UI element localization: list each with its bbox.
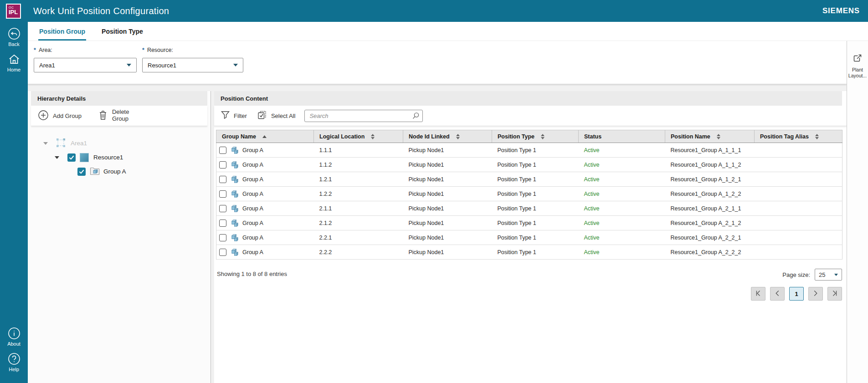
tree-item-label: Area1 [71,140,87,147]
next-page-button[interactable] [808,287,823,301]
column-header[interactable]: Group Name [216,130,314,143]
cell-position-type: Position Type 1 [498,220,536,226]
cell-group-name: Group A [242,191,263,197]
about-icon [8,327,21,340]
sort-icon [371,134,375,139]
row-checkbox[interactable] [219,147,226,154]
chevron-down-icon [127,64,131,66]
column-label: Position Type [498,133,534,140]
cell-group-name: Group A [242,220,263,226]
table-header-row: Group NameLogical LocationNode Id Linked… [216,130,842,143]
table-row[interactable]: Group A2.2.1Pickup Node1Position Type 1A… [216,230,842,245]
column-header[interactable]: Position Name [665,130,755,143]
cell-position-name: Resource1_Group A_2_1_2 [671,220,741,226]
tab-position-type[interactable]: Position Type [102,22,143,41]
cell-node-id-linked: Pickup Node1 [409,235,444,241]
tree-item-resource[interactable]: Resource1 [31,150,207,164]
cell-logical-location: 2.1.1 [319,205,332,212]
next-page-icon [812,290,819,298]
add-group-button[interactable]: Add Group [33,106,87,126]
last-page-button[interactable] [827,287,842,301]
current-page-button[interactable]: 1 [789,287,804,301]
cell-position-name: Resource1_Group A_2_2_2 [671,249,741,255]
column-header[interactable]: Position Type [492,130,579,143]
cell-logical-location: 2.1.2 [319,220,332,226]
table-row[interactable]: Group A1.2.1Pickup Node1Position Type 1A… [216,172,842,187]
column-label: Status [584,133,601,140]
filter-button[interactable]: Filter [216,106,252,126]
cell-position-name: Resource1_Group A_1_1_1 [671,147,741,153]
logo-ipl-text: IPL [9,9,20,15]
cell-logical-location: 2.2.2 [319,249,332,255]
position-content-panel: Position Content Filter [214,91,847,383]
previous-page-button[interactable] [770,287,785,301]
row-checkbox[interactable] [219,249,226,256]
about-button[interactable]: About [7,327,21,347]
column-label: Position Name [671,133,710,140]
position-content-toolbar: Filter Select All [214,106,847,126]
status-text: Active [584,220,600,226]
row-checkbox[interactable] [219,190,226,198]
table-row[interactable]: Group A1.2.2Pickup Node1Position Type 1A… [216,187,842,201]
required-marker: * [34,47,36,53]
first-page-button[interactable] [751,287,765,301]
table-row[interactable]: Group A2.2.2Pickup Node1Position Type 1A… [216,245,842,260]
cell-node-id-linked: Pickup Node1 [409,220,444,226]
status-text: Active [584,191,600,197]
help-button[interactable]: Help [8,352,21,372]
table-row[interactable]: Group A1.1.1Pickup Node1Position Type 1A… [216,143,842,158]
trash-icon [98,110,108,122]
resource-select-value: Resource1 [148,62,176,69]
expander-icon[interactable] [43,142,48,145]
area-select[interactable]: Area1 [34,58,137,72]
select-all-button[interactable]: Select All [252,106,300,126]
paging-controls: Page size: 25 [746,269,842,301]
column-header[interactable]: Position Tag Alias [755,130,842,143]
home-button[interactable]: Home [7,53,21,72]
plant-layout-button[interactable]: Plant Layout... [847,53,868,78]
row-checkbox[interactable] [219,220,226,227]
column-header[interactable]: Node Id Linked [403,130,492,143]
position-group-icon [230,248,239,256]
app-logo[interactable]: OC IPL [6,4,21,19]
position-table: Group NameLogical LocationNode Id Linked… [216,130,842,260]
search-input[interactable] [304,110,423,122]
tree-checkbox-checked[interactable] [67,153,76,162]
sort-icon [815,134,819,139]
column-label: Position Tag Alias [760,133,809,140]
row-checkbox[interactable] [219,205,226,212]
row-checkbox[interactable] [219,176,226,183]
position-group-icon [230,233,239,242]
page-size-value: 25 [819,271,825,278]
tree-item-area[interactable]: Area1 [31,136,207,150]
add-icon [38,110,49,122]
cell-position-type: Position Type 1 [498,147,536,153]
row-checkbox[interactable] [219,161,226,169]
delete-group-button[interactable]: Delete Group [93,106,138,126]
table-row[interactable]: Group A2.1.1Pickup Node1Position Type 1A… [216,201,842,216]
resource-select[interactable]: Resource1 [142,58,243,72]
siemens-brand: SIEMENS [822,6,860,15]
pagination: 1 [746,287,842,301]
cell-position-name: Resource1_Group A_1_2_1 [671,176,741,183]
page-size-row: Page size: 25 [782,269,842,281]
position-content-title: Position Content [214,91,842,106]
table-row[interactable]: Group A2.1.2Pickup Node1Position Type 1A… [216,216,842,230]
sort-ascending-icon [262,133,267,140]
page-size-select[interactable]: 25 [815,269,842,281]
row-checkbox[interactable] [219,234,226,241]
cell-position-type: Position Type 1 [498,176,536,183]
cell-position-name: Resource1_Group A_2_1_1 [671,205,741,212]
tab-position-group[interactable]: Position Group [39,22,85,41]
back-button[interactable]: Back [8,27,21,47]
select-all-icon [257,110,267,122]
tree-checkbox-checked[interactable] [77,168,86,176]
position-group-icon [230,160,239,169]
cell-node-id-linked: Pickup Node1 [409,147,444,153]
expander-icon[interactable] [55,156,59,159]
cell-position-name: Resource1_Group A_1_2_2 [671,191,741,197]
column-header[interactable]: Logical Location [314,130,403,143]
app-root: OC IPL Work Unit Position Configuration … [0,0,868,383]
tree-item-group[interactable]: Group A [31,164,207,179]
table-row[interactable]: Group A1.1.2Pickup Node1Position Type 1A… [216,158,842,172]
